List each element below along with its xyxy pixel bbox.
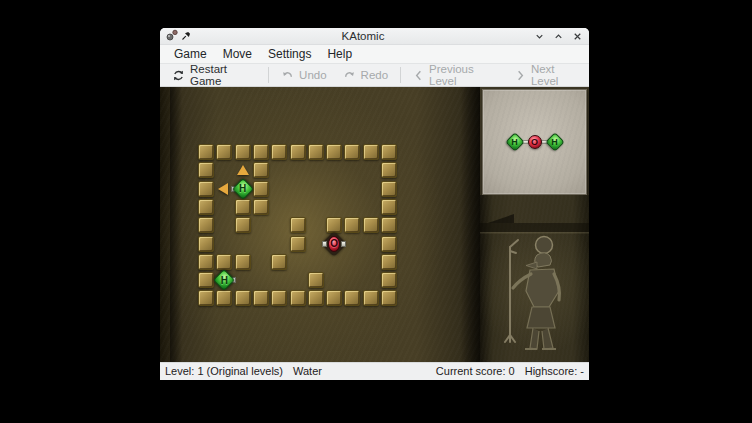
wall-tile: [198, 217, 214, 233]
preview-atom-H: H: [547, 134, 563, 150]
undo-label: Undo: [299, 69, 327, 81]
egyptian-figure-icon: [480, 195, 589, 362]
wall-tile: [326, 144, 342, 160]
redo-button[interactable]: Redo: [335, 66, 397, 85]
wall-tile: [235, 254, 251, 270]
wall-tile: [216, 254, 232, 270]
katomic-window: KAtomic Game Move Settings Help Restart …: [160, 28, 589, 380]
atom-hydrogen[interactable]: H: [233, 179, 253, 199]
wall-tile: [198, 144, 214, 160]
atom-oxygen[interactable]: O: [324, 234, 344, 254]
wall-tile: [235, 144, 251, 160]
wall-tile: [198, 254, 214, 270]
close-button[interactable]: [572, 31, 583, 42]
titlebar[interactable]: KAtomic: [160, 28, 589, 45]
redo-icon: [343, 69, 356, 82]
undo-icon: [281, 69, 294, 82]
wall-tile: [253, 162, 269, 178]
molecule-icon: [166, 27, 178, 45]
statusbar: Level: 1 (Original levels) Water Current…: [160, 362, 589, 379]
wall-tile: [253, 181, 269, 197]
previous-level-button[interactable]: Previous Level: [405, 60, 507, 90]
window-title: KAtomic: [196, 30, 530, 42]
egyptian-relief-artwork: [480, 195, 589, 362]
toolbar: Restart Game Undo Redo Previous Level Ne…: [160, 63, 589, 87]
undo-button[interactable]: Undo: [273, 66, 335, 85]
wall-tile: [381, 144, 397, 160]
toolbar-separator: [400, 67, 401, 83]
wall-tile: [290, 217, 306, 233]
wall-tile: [381, 217, 397, 233]
maximize-button[interactable]: [553, 31, 564, 42]
molecule-name-label: Water: [293, 365, 322, 377]
restart-label: Restart Game: [190, 63, 256, 87]
toolbar-separator: [268, 67, 269, 83]
wall-tile: [216, 144, 232, 160]
wall-tile: [216, 290, 232, 306]
preview-molecule: HOH: [483, 90, 586, 194]
wall-tile: [271, 144, 287, 160]
wall-tile: [198, 236, 214, 252]
wall-tile: [308, 272, 324, 288]
highscore-label: Highscore: -: [525, 365, 584, 377]
wall-tile: [381, 272, 397, 288]
wall-tile: [271, 290, 287, 306]
wall-tile: [198, 199, 214, 215]
wall-tile: [326, 217, 342, 233]
preview-atom-H: H: [507, 134, 523, 150]
wall-tile: [290, 144, 306, 160]
minimize-button[interactable]: [534, 31, 545, 42]
menu-help[interactable]: Help: [319, 46, 360, 62]
wall-tile: [381, 236, 397, 252]
main-content: HOH HOH: [160, 87, 589, 362]
next-level-label: Next Level: [531, 63, 581, 87]
chevron-right-icon: [515, 69, 526, 82]
wall-tile: [381, 199, 397, 215]
wall-tile: [253, 199, 269, 215]
desktop-background: KAtomic Game Move Settings Help Restart …: [0, 0, 752, 423]
chevron-left-icon: [413, 69, 424, 82]
wall-tile: [308, 144, 324, 160]
wall-tile: [363, 144, 379, 160]
wall-tile: [308, 290, 324, 306]
move-arrow-left[interactable]: [218, 183, 228, 195]
pin-icon: [181, 27, 192, 45]
wall-tile: [344, 290, 360, 306]
wall-tile: [290, 290, 306, 306]
wall-tile: [381, 181, 397, 197]
redo-label: Redo: [361, 69, 389, 81]
wall-tile: [363, 290, 379, 306]
move-arrow-up[interactable]: [237, 165, 249, 175]
wall-tile: [344, 217, 360, 233]
preview-atom-O: O: [527, 134, 543, 150]
wall-tile: [198, 272, 214, 288]
current-score-label: Current score: 0: [436, 365, 515, 377]
wall-tile: [198, 290, 214, 306]
wall-tile: [344, 144, 360, 160]
side-panel: HOH: [480, 87, 589, 362]
restart-icon: [172, 69, 185, 82]
wall-tile: [235, 199, 251, 215]
wall-tile: [198, 162, 214, 178]
game-area: HOH: [160, 87, 480, 362]
menu-settings[interactable]: Settings: [260, 46, 319, 62]
wall-tile: [235, 290, 251, 306]
wall-tile: [381, 162, 397, 178]
wall-tile: [381, 254, 397, 270]
wall-tile: [290, 236, 306, 252]
previous-level-label: Previous Level: [429, 63, 499, 87]
next-level-button[interactable]: Next Level: [507, 60, 589, 90]
restart-game-button[interactable]: Restart Game: [164, 60, 264, 90]
wall-tile: [198, 181, 214, 197]
wall-tile: [271, 254, 287, 270]
game-board: HOH: [160, 87, 480, 362]
wall-tile: [326, 290, 342, 306]
wall-tile: [253, 144, 269, 160]
level-label: Level: 1 (Original levels): [165, 365, 283, 377]
molecule-preview: HOH: [482, 89, 587, 195]
atom-hydrogen[interactable]: H: [214, 270, 234, 290]
wall-tile: [381, 290, 397, 306]
wall-tile: [235, 217, 251, 233]
wall-tile: [363, 217, 379, 233]
wall-tile: [253, 290, 269, 306]
